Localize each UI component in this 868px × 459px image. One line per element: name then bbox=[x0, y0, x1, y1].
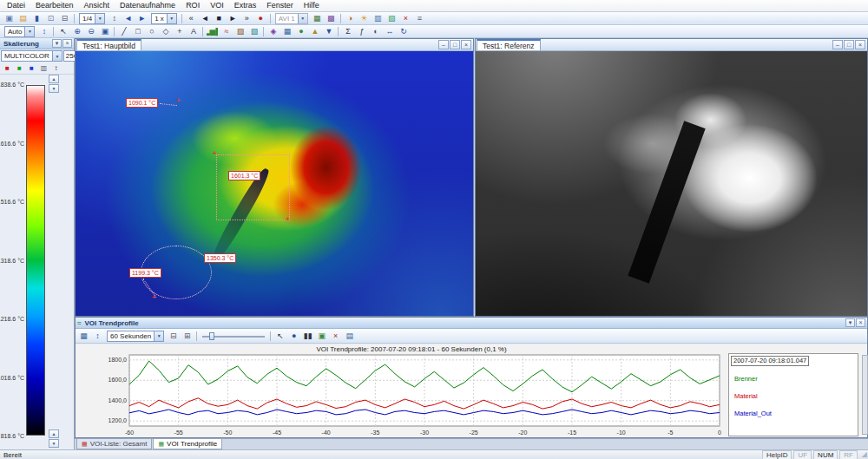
zoom-in-icon[interactable]: ⊕ bbox=[70, 26, 83, 37]
roi-label-1350[interactable]: 1350.3 °C bbox=[204, 253, 236, 263]
split-view-icon[interactable]: ▥ bbox=[372, 13, 385, 24]
chevron-down-icon[interactable]: ▼ bbox=[154, 331, 163, 341]
palette-combo[interactable]: MULTICOLOR ▼ bbox=[1, 50, 62, 62]
restore-button[interactable]: □ bbox=[450, 40, 460, 49]
max-marker-icon[interactable]: ▲ bbox=[308, 26, 321, 37]
trend-vertical-slider[interactable] bbox=[862, 355, 868, 435]
scale-down-button[interactable]: ▼ bbox=[49, 439, 59, 448]
next-frame-icon[interactable]: ► bbox=[135, 13, 148, 24]
roi-manager-icon[interactable]: ◈ bbox=[266, 26, 279, 37]
minimize-button[interactable]: – bbox=[832, 40, 843, 49]
play-icon[interactable]: ► bbox=[227, 13, 240, 24]
formula-icon[interactable]: ƒ bbox=[355, 26, 368, 37]
resize-grip[interactable]: ◢ bbox=[862, 450, 867, 459]
goto-end-icon[interactable]: » bbox=[240, 13, 253, 24]
point-roi-icon[interactable]: + bbox=[173, 26, 186, 37]
statistics-icon[interactable]: Σ bbox=[341, 26, 354, 37]
spot-label-1199[interactable]: 1199.3 °C bbox=[129, 268, 161, 278]
rect-roi-icon[interactable]: □ bbox=[131, 26, 144, 37]
stop-icon[interactable]: ■ bbox=[213, 13, 226, 24]
min-marker-icon[interactable]: ▼ bbox=[322, 26, 335, 37]
overlay-icon[interactable]: ▩ bbox=[325, 13, 338, 24]
chevron-down-icon[interactable]: ▼ bbox=[95, 14, 104, 23]
polygon-roi-icon[interactable]: ◇ bbox=[159, 26, 172, 37]
avi-combo[interactable]: AVI 1▼ bbox=[275, 13, 308, 24]
close-sequence-icon[interactable]: × bbox=[399, 13, 412, 24]
palette-green-icon[interactable]: ■ bbox=[14, 63, 25, 73]
flip-horizontal-icon[interactable]: ↔ bbox=[383, 26, 396, 37]
list-icon[interactable]: ≡ bbox=[413, 13, 426, 24]
menu-item[interactable]: Hilfe bbox=[299, 0, 325, 11]
trend-pause-icon[interactable]: ▮▮ bbox=[301, 331, 314, 342]
menu-item[interactable]: Bearbeiten bbox=[30, 0, 79, 11]
trend-scale-icon[interactable]: ↕ bbox=[91, 331, 104, 342]
trend-history-slider[interactable] bbox=[202, 332, 265, 340]
ref-window-tab[interactable]: Test1: Referenz bbox=[477, 39, 541, 50]
line-roi-icon[interactable]: ╱ bbox=[117, 26, 130, 37]
palette-table-icon[interactable]: ▥ bbox=[38, 63, 49, 73]
menu-item[interactable]: Extras bbox=[229, 0, 262, 11]
roi-rect-1601[interactable] bbox=[216, 154, 290, 220]
blend-icon[interactable]: ▧ bbox=[385, 13, 398, 24]
trend-clear-icon[interactable]: × bbox=[329, 331, 342, 342]
trend-table-icon[interactable]: ▦ bbox=[77, 331, 90, 342]
close-button[interactable]: × bbox=[461, 40, 471, 49]
text-annotation-icon[interactable]: A bbox=[187, 26, 200, 37]
new-icon[interactable]: ▣ bbox=[3, 13, 16, 24]
spot-marker-1090[interactable]: + bbox=[176, 97, 181, 104]
trend-copy-icon[interactable]: ⊞ bbox=[181, 331, 194, 342]
trend-export-icon[interactable]: ▤ bbox=[343, 331, 356, 342]
save-icon[interactable]: ▮ bbox=[30, 13, 43, 24]
color-scale-bar[interactable] bbox=[26, 85, 45, 436]
sequence-grid-icon[interactable]: ▦ bbox=[311, 13, 324, 24]
restore-button[interactable]: □ bbox=[844, 40, 854, 49]
legend-material-out[interactable]: Material_Out bbox=[734, 410, 858, 417]
ref-window-titlebar[interactable]: Test1: Referenz – □ × bbox=[476, 39, 867, 51]
palette-stretch-icon[interactable]: ↕ bbox=[50, 63, 62, 73]
copy-icon[interactable]: ⊡ bbox=[44, 13, 57, 24]
matrix-icon[interactable]: ▦ bbox=[280, 26, 293, 37]
zoom-fit-icon[interactable]: ▣ bbox=[98, 26, 111, 37]
trend-start-icon[interactable]: ▣ bbox=[315, 331, 328, 342]
menu-item[interactable]: Fenster bbox=[261, 0, 299, 11]
trend-watch-icon[interactable]: ● bbox=[287, 331, 300, 342]
pointer-tool-icon[interactable]: ↖ bbox=[56, 26, 69, 37]
profile-icon[interactable]: ≈ bbox=[220, 26, 233, 37]
contrast-icon[interactable]: ◑ bbox=[344, 13, 357, 24]
roi-label-1601[interactable]: 1601.3 °C bbox=[228, 171, 260, 180]
close-button[interactable]: × bbox=[855, 40, 865, 49]
menu-item[interactable]: VOI bbox=[205, 0, 229, 11]
palette-red-icon[interactable]: ■ bbox=[2, 63, 13, 73]
trend-cursor-icon[interactable]: ↖ bbox=[273, 331, 286, 342]
frame-spinner-icon[interactable]: ↕ bbox=[108, 13, 121, 24]
trend-chart[interactable]: -60-55-50-45-40-35-30-25-20-15-10-501200… bbox=[98, 353, 725, 437]
tab-voi-liste[interactable]: ▦ VOI-Liste: Gesamt bbox=[76, 439, 152, 449]
brightness-icon[interactable]: ☀ bbox=[358, 13, 371, 24]
menu-item[interactable]: ROI bbox=[181, 0, 205, 11]
record-icon[interactable]: ● bbox=[254, 13, 267, 24]
zoom-out-icon[interactable]: ⊖ bbox=[84, 26, 97, 37]
slider-thumb[interactable] bbox=[209, 332, 214, 340]
spot-meter-icon[interactable]: ● bbox=[294, 26, 307, 37]
scale-up2-button[interactable]: ▼ bbox=[49, 84, 59, 93]
invert-palette-icon[interactable]: ◐ bbox=[369, 26, 382, 37]
main-window-titlebar[interactable]: Test1: Hauptbild – □ × bbox=[76, 39, 473, 51]
palette-blue-icon[interactable]: ■ bbox=[26, 63, 37, 73]
legend-material[interactable]: Material bbox=[734, 392, 858, 400]
histogram-icon[interactable]: ▂▅▇ bbox=[206, 26, 219, 37]
rotate-icon[interactable]: ↻ bbox=[397, 26, 410, 37]
trend-panel-header[interactable]: ≈ VOI Trendprofile ▾ × bbox=[76, 318, 867, 329]
chevron-down-icon[interactable]: ▼ bbox=[298, 14, 307, 23]
panel-menu-button[interactable]: ▾ bbox=[845, 318, 855, 327]
menu-item[interactable]: Datei bbox=[2, 0, 30, 11]
scaling-mode-combo[interactable]: Auto▼ bbox=[4, 26, 35, 37]
trend-print-icon[interactable]: ⊟ bbox=[167, 331, 180, 342]
speed-combo[interactable]: 1 x▼ bbox=[151, 13, 177, 24]
chevron-down-icon[interactable]: ▼ bbox=[167, 14, 176, 23]
goto-start-icon[interactable]: « bbox=[185, 13, 198, 24]
interval-combo[interactable]: 60 Sekunden▼ bbox=[107, 331, 164, 342]
scaling-panel-header[interactable]: Skalierung ▾ × bbox=[0, 38, 74, 49]
spot-marker-1199[interactable]: + bbox=[152, 294, 156, 301]
scale-down2-button[interactable]: ▲ bbox=[49, 429, 59, 438]
panel-close-button[interactable]: × bbox=[62, 39, 72, 48]
